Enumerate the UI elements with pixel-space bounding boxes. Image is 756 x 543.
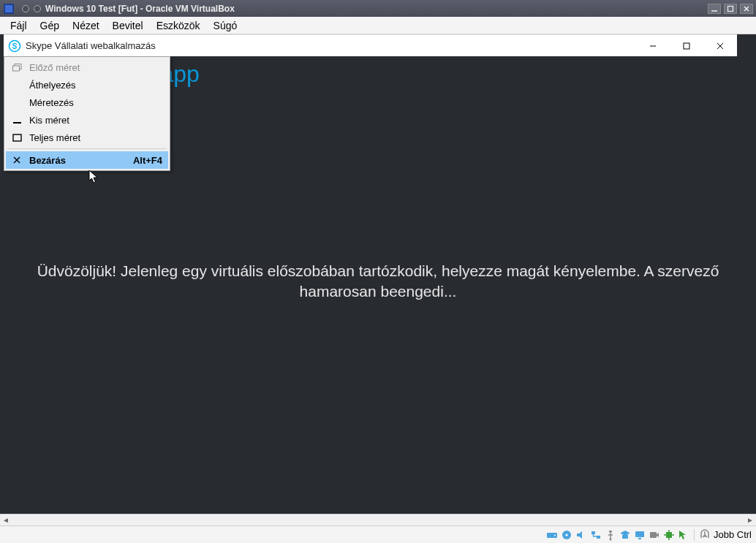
system-menu: Előző méret Áthelyezés Méretezés Kis mér…	[4, 56, 170, 171]
svg-point-20	[565, 533, 567, 536]
horizontal-scrollbar[interactable]: ◄ ►	[0, 514, 756, 525]
skype-lobby-message: Üdvözöljük! Jelenleg egy virtuális elősz…	[0, 261, 756, 303]
skype-minimize-button[interactable]	[636, 35, 670, 57]
cd-icon[interactable]	[561, 529, 572, 541]
skype-close-button[interactable]	[703, 35, 737, 57]
vb-maximize-button[interactable]	[724, 4, 737, 14]
vb-menu-file[interactable]: Fájl	[4, 18, 33, 33]
svg-rect-27	[650, 532, 657, 538]
rec-icon[interactable]	[649, 529, 660, 541]
sysmenu-close[interactable]: Bezárás Alt+F4	[6, 151, 168, 169]
vb-title-dot-icon[interactable]	[34, 5, 41, 12]
vb-menubar: Fájl Gép Nézet Bevitel Eszközök Súgó	[0, 17, 756, 34]
vb-title-pin-icon[interactable]	[22, 5, 29, 12]
vb-menu-view[interactable]: Nézet	[67, 18, 105, 33]
svg-rect-28	[666, 532, 672, 538]
svg-rect-14	[13, 134, 21, 141]
usb-icon[interactable]	[605, 529, 616, 541]
vb-title: Windows 10 Test [Fut] - Oracle VM Virtua…	[45, 4, 708, 14]
vb-minimize-button[interactable]	[708, 4, 721, 14]
sysmenu-move[interactable]: Áthelyezés	[6, 76, 168, 94]
vb-menu-tools[interactable]: Eszközök	[151, 18, 206, 33]
host-key-label: Jobb Ctrl	[714, 529, 752, 540]
svg-rect-25	[635, 531, 644, 537]
skype-titlebar[interactable]: Skype Vállalati webalkalmazás	[4, 34, 737, 56]
scroll-track[interactable]	[12, 514, 744, 526]
vb-menu-help[interactable]: Súgó	[208, 18, 243, 33]
sysmenu-maximize[interactable]: Teljes méret	[6, 129, 168, 146]
vb-menu-input[interactable]: Bevitel	[107, 18, 149, 33]
cpu-icon[interactable]	[663, 529, 675, 541]
virtualbox-window: Windows 10 Test [Fut] - Oracle VM Virtua…	[0, 0, 756, 543]
sysmenu-separator	[7, 148, 167, 149]
vb-menu-machine[interactable]: Gép	[34, 18, 65, 33]
mouse-capture-icon[interactable]	[678, 529, 689, 541]
svg-rect-1	[5, 5, 12, 12]
svg-rect-26	[638, 538, 641, 539]
svg-point-23	[609, 538, 611, 540]
keyboard-led-icon[interactable]	[699, 529, 711, 541]
svg-rect-22	[597, 536, 600, 539]
scroll-right-arrow-icon[interactable]: ►	[744, 514, 756, 526]
skype-window-title: Skype Vállalati webalkalmazás	[26, 40, 636, 51]
svg-rect-21	[591, 531, 595, 534]
audio-icon[interactable]	[575, 529, 587, 541]
svg-rect-12	[12, 66, 19, 71]
svg-rect-24	[622, 535, 628, 539]
shared-icon[interactable]	[619, 529, 631, 541]
vb-statusbar: Jobb Ctrl	[0, 525, 756, 543]
vb-titlebar: Windows 10 Test [Fut] - Oracle VM Virtua…	[0, 0, 756, 17]
restore-icon	[9, 64, 25, 72]
scroll-left-arrow-icon[interactable]: ◄	[0, 514, 12, 526]
sysmenu-restore: Előző méret	[6, 58, 168, 76]
skype-icon	[8, 39, 21, 53]
display-icon[interactable]	[634, 529, 646, 541]
skype-maximize-button[interactable]	[670, 35, 703, 57]
close-icon	[9, 156, 25, 164]
svg-rect-3	[728, 6, 733, 11]
sysmenu-size[interactable]: Méretezés	[6, 94, 168, 111]
virtualbox-icon	[3, 3, 15, 15]
minimize-icon	[9, 116, 25, 124]
sysmenu-minimize[interactable]: Kis méret	[6, 111, 168, 129]
svg-point-18	[554, 534, 556, 536]
vb-close-button[interactable]	[740, 4, 753, 14]
svg-rect-8	[684, 43, 689, 49]
net-icon[interactable]	[590, 529, 602, 541]
maximize-icon	[9, 134, 25, 142]
vb-guest-display[interactable]: etek app Üdvözöljük! Jelenleg egy virtuá…	[0, 34, 756, 525]
hd-icon[interactable]	[546, 529, 558, 541]
